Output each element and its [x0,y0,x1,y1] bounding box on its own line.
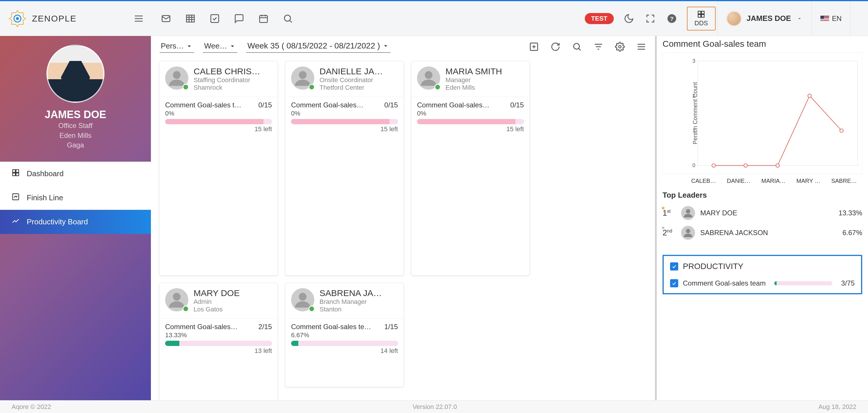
user-avatar-icon [726,11,741,26]
list-icon[interactable] [850,1,868,36]
svg-point-59 [776,164,779,167]
goal-checkbox[interactable] [670,279,678,287]
person-location: Los Gatos [193,306,240,313]
topbar: ZENOPLE TEST ? DDS JAMES DOE [0,1,868,36]
productivity-checkbox[interactable] [670,262,678,271]
filter-range-select[interactable]: Week 35 ( 08/15/2022 - 08/21/2022 ) [246,39,390,53]
filter-period-select[interactable]: Wee… [203,40,238,53]
goal-progress-bar [165,341,272,346]
svg-line-39 [579,49,581,50]
person-avatar-icon [291,288,314,311]
filter-period-label: Wee… [204,41,227,51]
goal-pct: 0% [291,110,398,117]
person-name: CALEB CHRIS… [193,66,260,76]
search-board-icon[interactable] [572,42,582,53]
settings-icon[interactable] [615,42,625,53]
line-chart: 0123 [686,56,861,171]
person-card[interactable]: CALEB CHRIS…Staffing CoordinatorShamrock… [159,61,278,276]
svg-point-1 [16,17,19,20]
profile-extra: Gaga [67,140,84,150]
profile-role: Office Staff [58,121,93,131]
goal-remaining: 14 left [291,347,398,355]
nav-label: Dashboard [27,169,64,178]
leader-name: SABRENA JACKSON [700,229,837,237]
status-dot-icon [434,84,441,90]
goal-label: Comment Goal-sales… [291,101,363,109]
svg-point-51 [299,293,307,301]
sidebar-item-productivity-board[interactable]: Productivity Board [0,210,151,234]
chart-box: Person Comment Count 0123 [662,52,862,174]
svg-rect-22 [698,14,701,17]
user-name: JAMES DOE [747,14,791,23]
sidebar-nav: DashboardFinish LineProductivity Board [0,162,151,234]
goal-remaining: 15 left [417,125,524,133]
person-card[interactable]: MARY DOEAdminLos GatosComment Goal-sales… [159,283,278,400]
status-dot-icon [183,306,189,312]
person-name: MARY DOE [193,288,240,298]
sidebar-toggle-icon[interactable] [132,12,145,25]
svg-rect-30 [13,169,16,172]
svg-point-47 [173,71,181,79]
person-role: Staffing Coordinator [193,76,260,84]
language-selector[interactable]: EN [811,1,850,36]
footer-copyright: Aqore © 2022 [11,403,51,411]
user-menu[interactable]: JAMES DOE [717,1,811,36]
caret-down-icon [185,42,193,50]
goal-label: Comment Goal-sales t… [165,101,242,109]
sidebar-item-finish-line[interactable]: Finish Line [0,186,151,210]
fullscreen-icon[interactable] [644,12,657,25]
dds-button[interactable]: DDS [687,7,715,30]
svg-text:?: ? [670,15,674,22]
leader-avatar-icon [681,206,695,220]
sidebar: JAMES DOE Office Staff Eden Mills Gaga D… [0,36,151,400]
chat-icon[interactable] [233,12,246,25]
person-avatar-icon [291,66,314,90]
svg-point-43 [619,45,621,48]
filter-scope-select[interactable]: Pers… [160,40,194,53]
status-dot-icon [309,306,315,312]
mail-icon[interactable] [160,12,173,25]
board-area: Pers… Wee… Week 35 ( 08/15/2022 - 08/21/… [151,36,657,400]
lang-code: EN [832,14,842,23]
help-icon[interactable]: ? [665,12,678,25]
profile-avatar-icon [46,45,104,103]
goal-count: 1/15 [384,323,398,331]
svg-point-58 [744,164,747,167]
person-card[interactable]: SABRENA JA…Branch ManagerStantonComment … [285,283,404,387]
top-icon-row [151,12,294,25]
leader-rank: 1st [662,209,676,218]
productivity-title: PRODUCTIVITY [683,262,743,271]
person-card[interactable]: MARIA SMITHManagerEden MillsComment Goal… [411,61,530,276]
checkbox-icon[interactable] [208,12,221,25]
chart-title: Comment Goal-sales team [662,39,862,49]
person-card[interactable]: DANIELLE JA…Onsite CoordinatorThetford C… [285,61,404,276]
search-icon[interactable] [281,12,294,25]
leader-pct: 6.67% [842,229,862,237]
svg-rect-56 [698,61,858,166]
chart-ylabel: Person Comment Count [692,82,699,145]
svg-rect-33 [16,173,19,176]
brand-name: ZENOPLE [32,13,76,24]
add-card-icon[interactable] [529,42,539,53]
calendar-icon[interactable] [257,12,270,25]
leaders-list: 1stMARY DOE13.33%2ndSABRENA JACKSON6.67% [662,203,862,243]
refresh-icon[interactable] [551,42,560,53]
svg-rect-12 [260,15,268,22]
svg-rect-21 [702,11,704,13]
svg-rect-32 [13,173,16,176]
svg-text:3: 3 [692,58,695,64]
goal-label: Comment Goal-sales te… [291,323,371,331]
person-avatar-icon [165,66,188,90]
leader-pct: 13.33% [839,209,862,217]
menu-icon[interactable] [637,42,646,53]
grid-icon[interactable] [184,12,197,25]
svg-point-48 [299,71,307,79]
leader-avatar-icon [681,226,695,240]
person-role: Manager [445,76,502,84]
svg-point-50 [173,293,181,301]
sidebar-item-dashboard[interactable]: Dashboard [0,162,151,186]
sort-icon[interactable] [593,42,603,53]
flag-icon [820,16,829,22]
moon-icon[interactable] [622,12,635,25]
profile-card: JAMES DOE Office Staff Eden Mills Gaga [0,36,151,162]
